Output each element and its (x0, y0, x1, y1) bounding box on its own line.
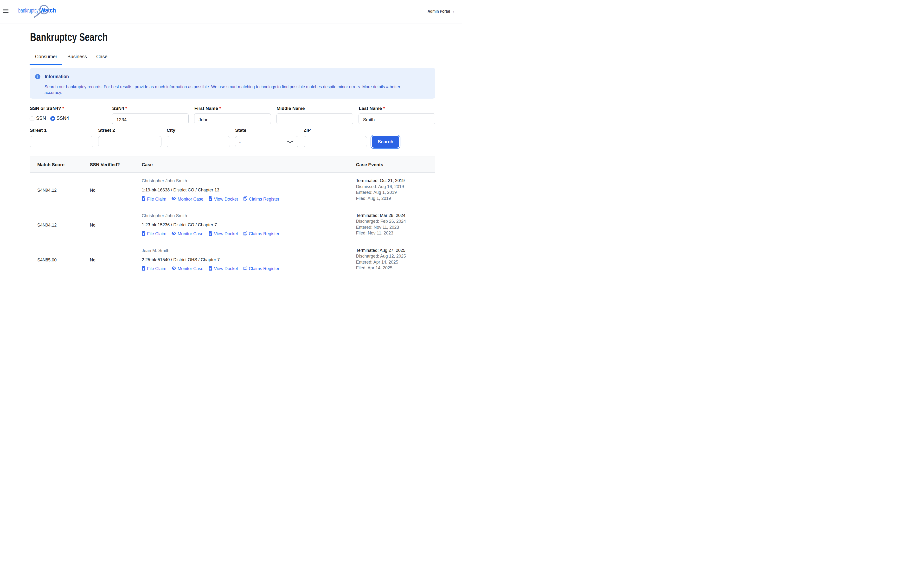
svg-text:bankruptcy: bankruptcy (18, 7, 38, 14)
svg-text:i: i (37, 74, 38, 79)
